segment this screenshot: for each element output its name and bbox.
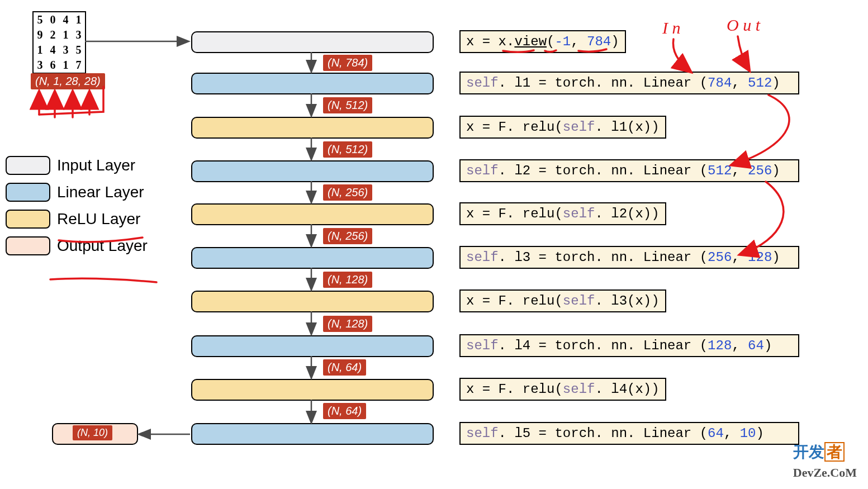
layer-linear-1 [191,73,434,94]
layer-linear-3 [191,247,434,269]
code-r4: x = F. relu(self. l4(x)) [459,378,666,401]
shape-tag: (N, 64) [323,403,366,419]
shape-tag: (N, 784) [323,55,372,71]
digit: 5 [72,42,85,58]
layer-relu-4 [191,379,434,401]
digit: 1 [59,58,72,73]
layer-relu-3 [191,291,434,312]
annotation-in: I n [662,18,681,37]
legend-swatch-linear [6,183,50,202]
digit: 1 [59,27,72,42]
digit: 2 [46,27,59,42]
watermark-logo: 开发者 DevZe.CoM [793,441,857,481]
shape-tag: (N, 64) [323,359,366,376]
shape-tag: (N, 128) [323,272,372,288]
shape-tag: (N, 256) [323,228,372,244]
digit: 9 [34,27,46,42]
legend-label-relu: ReLU Layer [57,210,140,228]
legend-swatch-input [6,156,50,175]
digit: 1 [34,42,46,58]
legend-label-linear: Linear Layer [57,183,144,201]
shape-tag: (N, 128) [323,316,372,332]
digit: 3 [72,27,85,42]
code-view: x = x.view(-1, 784) [459,30,626,53]
digit: 0 [46,12,59,27]
layer-linear-5 [191,423,434,445]
layer-input [191,31,434,53]
code-l2: self. l2 = torch. nn. Linear (512, 256) [459,159,799,182]
digit: 3 [34,58,46,73]
shape-tag: (N, 512) [323,97,372,113]
layer-relu-2 [191,203,434,225]
code-l3: self. l3 = torch. nn. Linear (256, 128) [459,246,799,269]
code-l5: self. l5 = torch. nn. Linear (64, 10) [459,422,799,445]
digit: 7 [72,58,85,73]
shape-tag: (N, 512) [323,141,372,158]
layer-relu-1 [191,117,434,139]
digit: 1 [72,12,85,27]
digit: 4 [59,12,72,27]
code-l4: self. l4 = torch. nn. Linear (128, 64) [459,334,799,357]
shape-tag: (N, 256) [323,184,372,201]
code-r2: x = F. relu(self. l2(x)) [459,202,666,225]
digit: 5 [34,12,46,27]
legend-label-output: Output Layer [57,237,148,255]
legend-label-input: Input Layer [57,156,135,174]
layer-linear-2 [191,160,434,182]
legend: Input Layer Linear Layer ReLU Layer Outp… [6,148,148,263]
code-r3: x = F. relu(self. l3(x)) [459,289,666,312]
code-l1: self. l1 = torch. nn. Linear (784, 512) [459,72,799,94]
output-shape-tag: (N, 10) [73,425,112,440]
digit: 6 [46,58,59,73]
digit: 4 [46,42,59,58]
digit: 3 [59,42,72,58]
mnist-digit-grid: 5 0 4 1 9 2 1 3 1 4 3 5 3 6 1 7 [32,11,86,74]
annotation-out: O u t [727,16,761,34]
layer-linear-4 [191,335,434,357]
code-r1: x = F. relu(self. l1(x)) [459,116,666,139]
legend-swatch-relu [6,210,50,229]
input-shape-tag: (N, 1, 28, 28) [31,73,105,89]
legend-swatch-output [6,236,50,255]
